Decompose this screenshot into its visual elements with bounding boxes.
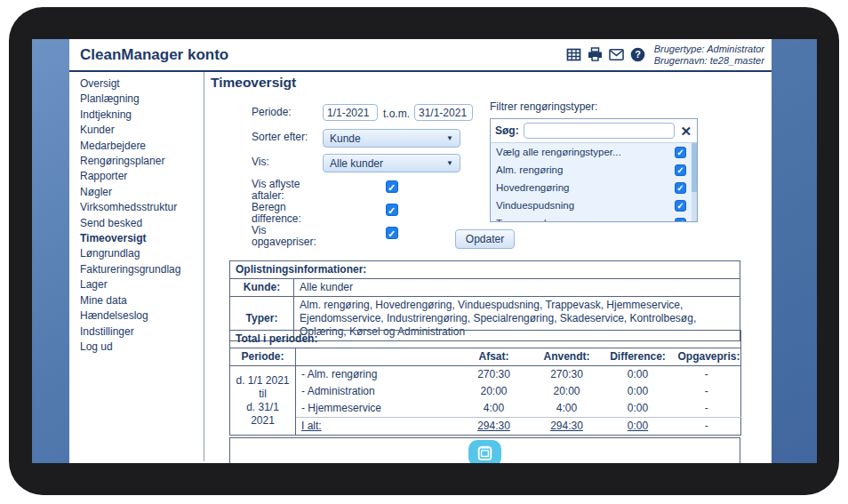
filter-option-vinduespudsning[interactable]: Vinduespudsning	[491, 196, 697, 214]
calendar-icon	[476, 444, 494, 462]
total-afsat-link[interactable]: 294:30	[477, 420, 510, 432]
help-icon[interactable]: ?	[630, 47, 645, 62]
option-label: Hovedrengøring	[496, 182, 569, 193]
row-name: - Hjemmeservice	[296, 400, 458, 418]
info-table-title: Oplistningsinformationer:	[230, 261, 740, 279]
svg-text:?: ?	[635, 49, 641, 60]
periode-label: Periode:	[252, 104, 323, 118]
option-label: Alm. rengøring	[496, 164, 563, 175]
periode-row: Periode: t.o.m.	[252, 104, 473, 121]
export-box	[229, 437, 740, 463]
beregn-difference-row: Beregn difference:	[252, 202, 460, 225]
row-afsat: 4:00	[458, 400, 531, 418]
vis-select[interactable]: Alle kunder ▼	[323, 154, 460, 172]
filter-option-select-all[interactable]: Vælg alle rengøringstyper...	[491, 143, 697, 161]
sorter-label: Sorter efter:	[252, 129, 323, 143]
sidebar-item-kunder[interactable]: Kunder	[80, 123, 204, 138]
main-content: Timeoversigt Periode: t.o.m. Sorter efte…	[204, 72, 772, 461]
table-icon[interactable]	[566, 47, 581, 62]
filter-list-scrollbar[interactable]	[692, 143, 697, 221]
row-opgavepris: -	[673, 400, 741, 418]
printer-icon[interactable]	[588, 47, 603, 62]
sidebar-item-medarbejdere[interactable]: Medarbejdere	[80, 139, 204, 154]
tablet-frame: CleanManager konto	[9, 7, 839, 495]
sidebar-item-rengoeringsplaner[interactable]: Rengøringsplaner	[80, 154, 204, 169]
option-checkbox[interactable]	[675, 182, 686, 194]
row-anvendt: 270:30	[531, 366, 604, 384]
table-row: - Administration 20:00 20:00 0:00 -	[230, 383, 741, 400]
option-checkbox[interactable]	[675, 147, 686, 158]
calendar-export-button[interactable]	[468, 440, 501, 463]
row-afsat: 20:00	[458, 383, 531, 400]
app-header: CleanManager konto	[69, 39, 772, 72]
period-cell: d. 1/1 2021 til d. 31/1 2021	[230, 366, 296, 436]
sidebar-item-mine-data[interactable]: Mine data	[80, 293, 204, 308]
filter-options-list: Vælg alle rengøringstyper... Alm. rengør…	[491, 142, 697, 221]
periode-to-input[interactable]	[414, 104, 473, 121]
filter-option-alm-rengoering[interactable]: Alm. rengøring	[491, 161, 697, 179]
header-toolbar: ? Brugertype: Administrator Brugernavn: …	[566, 44, 764, 67]
vis-row: Vis: Alle kunder ▼	[252, 154, 460, 172]
kunde-value: Alle kunder	[294, 279, 740, 297]
mail-icon[interactable]	[609, 47, 624, 62]
user-info: Brugertype: Administrator Brugernavn: te…	[654, 44, 764, 67]
sidebar-item-oversigt[interactable]: Oversigt	[80, 76, 204, 92]
total-table: Total i perioden: Periode: Afsat: Anvend…	[229, 330, 741, 436]
search-row: Søg: ✕	[491, 119, 697, 142]
option-label: Vælg alle rengøringstyper...	[496, 147, 621, 157]
row-anvendt: 20:00	[531, 383, 604, 400]
sidebar-item-log-ud[interactable]: Log ud	[80, 340, 204, 355]
sidebar-item-indtjekning[interactable]: Indtjekning	[80, 108, 204, 123]
beregn-difference-checkbox[interactable]	[386, 204, 398, 216]
search-input[interactable]	[524, 123, 676, 139]
filter-box: Søg: ✕ Vælg alle rengøringstyper...	[490, 118, 698, 222]
kunde-label: Kunde:	[230, 279, 294, 297]
option-label: Vinduespudsning	[496, 200, 574, 211]
sidebar-item-haendelseslog[interactable]: Hændelseslog	[80, 308, 204, 324]
filter-option-trappevask[interactable]: Trappevask	[491, 214, 697, 221]
total-label-link[interactable]: I alt:	[301, 420, 322, 432]
sorter-select[interactable]: Kunde ▼	[323, 129, 460, 148]
sidebar-item-send-besked[interactable]: Send besked	[80, 216, 204, 231]
sidebar-item-loengrundlag[interactable]: Løngrundlag	[80, 246, 204, 261]
sidebar-item-faktureringsgrundlag[interactable]: Faktureringsgrundlag	[80, 262, 204, 277]
periode-from-input[interactable]	[323, 104, 378, 121]
vis-aflyste-checkbox[interactable]	[386, 180, 398, 193]
desktop-background: CleanManager konto	[32, 39, 817, 463]
option-label: Trappevask	[496, 218, 549, 221]
vis-aflyste-label: Vis aflyste aftaler:	[252, 179, 323, 202]
option-checkbox[interactable]	[675, 200, 686, 212]
col-afsat: Afsat:	[458, 348, 531, 366]
sidebar-item-timeoversigt[interactable]: Timeoversigt	[80, 231, 204, 246]
option-checkbox[interactable]	[675, 218, 686, 222]
period-line: d. 31/1 2021	[236, 401, 290, 428]
clear-search-icon[interactable]: ✕	[679, 124, 692, 138]
total-anvendt-link[interactable]: 294:30	[550, 420, 583, 432]
option-checkbox[interactable]	[675, 164, 686, 176]
sidebar-item-indstillinger[interactable]: Indstillinger	[80, 324, 204, 340]
vis-value: Alle kunder	[330, 157, 383, 170]
col-empty	[296, 348, 458, 366]
sidebar-item-planlaegning[interactable]: Planlægning	[80, 92, 204, 107]
total-difference-link[interactable]: 0:00	[628, 420, 648, 432]
row-anvendt: 4:00	[531, 400, 604, 418]
page-title: Timeoversigt	[211, 75, 296, 91]
row-difference: 0:00	[604, 383, 673, 400]
sidebar-item-noegler[interactable]: Nøgler	[80, 185, 204, 200]
vis-aflyste-row: Vis aflyste aftaler:	[252, 179, 460, 202]
sidebar-item-virksomhedsstruktur[interactable]: Virksomhedsstruktur	[80, 200, 204, 215]
total-table-title: Total i perioden:	[230, 331, 741, 348]
sidebar-item-lager[interactable]: Lager	[80, 277, 204, 292]
sidebar-item-rapporter[interactable]: Rapporter	[80, 169, 204, 184]
total-row: I alt: 294:30 294:30 0:00 -	[230, 418, 741, 436]
table-row: - Hjemmeservice 4:00 4:00 0:00 -	[230, 400, 741, 418]
row-opgavepris: -	[673, 383, 741, 400]
row-difference: 0:00	[604, 366, 673, 384]
vis-label: Vis:	[252, 154, 323, 168]
filter-option-hovedrengoering[interactable]: Hovedrengøring	[491, 179, 697, 196]
app-window: CleanManager konto	[69, 39, 772, 463]
opdater-button[interactable]: Opdater	[455, 229, 515, 249]
beregn-difference-label: Beregn difference:	[252, 202, 323, 225]
col-periode: Periode:	[230, 348, 296, 366]
row-afsat: 270:30	[458, 366, 531, 384]
